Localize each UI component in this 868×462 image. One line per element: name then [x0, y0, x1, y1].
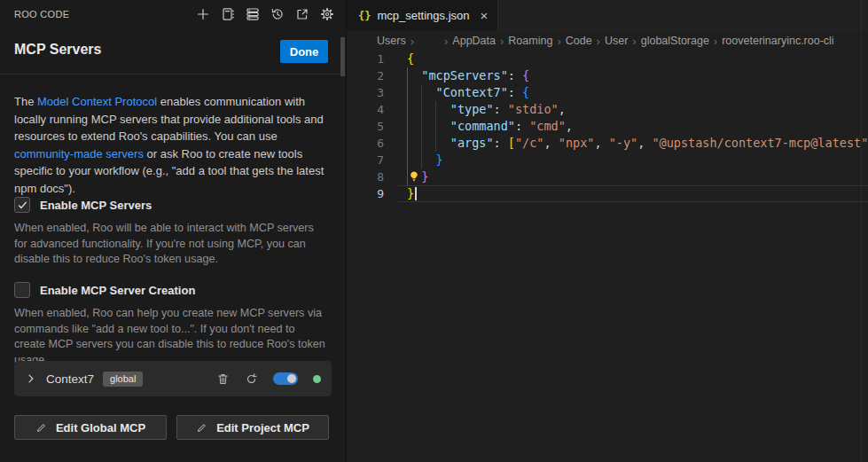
code-token: "type" [450, 102, 494, 116]
breadcrumb-item[interactable]: rooveterinaryinc.roo-cli [722, 35, 833, 47]
page-title: MCP Servers [14, 42, 101, 58]
breadcrumb-chevron-icon: › [444, 35, 448, 48]
code-token: "command" [450, 119, 515, 133]
done-button[interactable]: Done [280, 40, 328, 63]
line-number: 7 [347, 152, 384, 168]
code-token: , [543, 136, 558, 150]
code-token: { [522, 85, 529, 99]
code-line: 6 "args": ["/c", "npx", "-y", "@upstash/… [347, 135, 868, 152]
toggle-knob [287, 374, 296, 383]
lightbulb-icon[interactable] [408, 170, 420, 183]
server-name: Context7 [46, 372, 94, 386]
model-context-protocol-link[interactable]: Model Context Protocol [37, 95, 157, 108]
code-token [407, 85, 436, 99]
line-number: 4 [347, 101, 384, 118]
popout-icon[interactable] [294, 6, 310, 22]
code-line-content: "args": ["/c", "npx", "-y", "@upstash/co… [407, 135, 868, 152]
line-number: 2 [347, 67, 384, 84]
server-scope-badge: global [103, 372, 143, 387]
code-token: , [594, 136, 608, 150]
trash-icon[interactable] [216, 372, 230, 386]
server-enabled-toggle[interactable] [273, 372, 298, 385]
code-token: "-y" [609, 136, 638, 150]
roo-code-sidebar-panel: ROO CODE MCP Servers Done The Model Cont… [0, 0, 346, 462]
code-line: 2 "mcpServers": { [347, 67, 868, 84]
code-token: { [407, 51, 414, 66]
edit-project-mcp-button[interactable]: Edit Project MCP [176, 415, 329, 440]
breadcrumb-chevron-icon: › [411, 35, 414, 48]
intro-text: The [14, 95, 37, 108]
enable-mcp-servers-setting[interactable]: Enable MCP Servers [14, 197, 152, 213]
restart-icon[interactable] [245, 372, 258, 386]
code-editor[interactable]: 1{2 "mcpServers": {3 "Context7": {4 "typ… [347, 51, 868, 462]
code-line: 9} [347, 185, 868, 202]
history-icon[interactable] [270, 6, 285, 22]
server-row-context7[interactable]: Context7 global [14, 361, 332, 396]
code-token: "Context7" [436, 85, 508, 99]
code-token: [ [508, 136, 515, 150]
code-token [407, 119, 450, 133]
mcp-server-icon[interactable] [245, 6, 261, 22]
code-token [407, 102, 450, 116]
code-token: : [494, 136, 508, 150]
breadcrumb-chevron-icon: › [500, 35, 504, 48]
enable-mcp-server-creation-description: When enabled, Roo can help you create ne… [14, 306, 326, 368]
tab-filename: mcp_settings.json [377, 9, 469, 22]
code-line: 8 } [347, 168, 868, 185]
code-token: "cmd" [529, 119, 566, 133]
code-line: 4 "type": "stdio", [347, 101, 868, 118]
code-line: 7 } [347, 152, 868, 168]
json-file-icon: {} [358, 10, 371, 22]
footer-buttons: Edit Global MCP Edit Project MCP [14, 415, 329, 440]
line-number: 5 [347, 118, 384, 135]
community-made-servers-link[interactable]: community-made servers [14, 147, 144, 161]
editor-tab-bar: {} mcp_settings.json × [347, 0, 868, 31]
code-token: , [559, 102, 566, 116]
enable-mcp-servers-checkbox[interactable] [14, 197, 30, 213]
tab-close-icon[interactable]: × [481, 9, 489, 22]
tab-mcp-settings-json[interactable]: {} mcp_settings.json × [347, 0, 498, 31]
code-token: "npx" [559, 136, 595, 150]
edit-global-mcp-label: Edit Global MCP [56, 421, 145, 435]
edit-project-mcp-label: Edit Project MCP [216, 421, 309, 435]
breadcrumb-chevron-icon: › [557, 35, 560, 48]
enable-mcp-server-creation-checkbox[interactable] [14, 282, 30, 298]
code-token: , [637, 136, 652, 150]
editor-scrollbar-track[interactable] [861, 0, 862, 462]
code-token: "/c" [515, 136, 544, 150]
code-token: : [508, 68, 522, 82]
line-number: 8 [347, 168, 384, 185]
code-token: } [436, 153, 443, 167]
settings-gear-icon[interactable] [319, 6, 335, 22]
breadcrumb-item[interactable]: Users [377, 35, 406, 47]
edit-global-mcp-button[interactable]: Edit Global MCP [14, 415, 167, 440]
breadcrumb-chevron-icon: › [714, 35, 717, 48]
chevron-right-icon[interactable] [25, 372, 37, 385]
line-number: 9 [347, 185, 384, 202]
breadcrumb-chevron-icon: › [597, 35, 600, 48]
code-token: : [494, 102, 508, 116]
breadcrumb-item[interactable]: User [605, 35, 628, 47]
line-number: 3 [347, 84, 384, 101]
code-line-content: "type": "stdio", [407, 101, 566, 118]
code-token [407, 153, 436, 167]
enable-mcp-servers-description: When enabled, Roo will be able to intera… [14, 221, 326, 268]
pencil-icon [35, 422, 47, 434]
panel-scrollbar-thumb[interactable] [340, 37, 345, 76]
code-line-content: } [407, 152, 443, 168]
breadcrumb-item[interactable]: Roaming [508, 35, 552, 47]
pencil-icon [196, 422, 207, 434]
enable-mcp-server-creation-setting[interactable]: Enable MCP Server Creation [14, 282, 195, 298]
code-token: "mcpServers" [421, 68, 508, 82]
code-token [407, 136, 450, 150]
enable-mcp-servers-label: Enable MCP Servers [40, 199, 152, 212]
server-row-actions [216, 372, 321, 386]
breadcrumb-item[interactable]: AppData [452, 35, 496, 47]
code-token [407, 68, 421, 82]
enable-mcp-server-creation-label: Enable MCP Server Creation [40, 284, 195, 297]
breadcrumb-item[interactable]: Code [566, 35, 592, 47]
breadcrumb-item[interactable]: globalStorage [641, 35, 709, 47]
code-token: : [508, 85, 522, 99]
plus-icon[interactable] [195, 6, 211, 22]
notebook-icon[interactable] [220, 6, 236, 22]
